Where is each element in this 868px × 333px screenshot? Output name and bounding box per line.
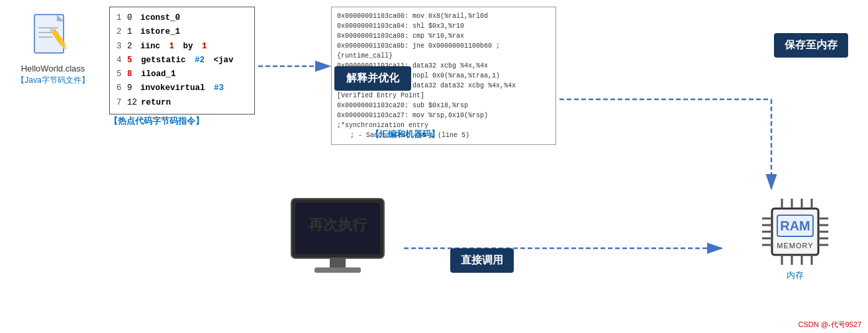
java-file-area: HelloWorld.class 【Java字节码文件】 — [13, 13, 93, 86]
save-btn[interactable]: 保存至内存 — [774, 33, 848, 58]
ram-area: RAM MEMORY 内存 — [759, 195, 832, 281]
mc-line: [Verified Entry Point] — [337, 91, 550, 101]
bytecode-line-6: 6 9 invokevirtual #3 — [117, 81, 248, 95]
svg-rect-17 — [314, 267, 361, 273]
num-red: 5 — [127, 54, 132, 68]
num: 9 — [127, 81, 136, 95]
num: 12 — [127, 96, 137, 110]
bytecode-line-4: 4 5 getstatic #2 <jav — [117, 54, 248, 68]
svg-text:MEMORY: MEMORY — [777, 242, 813, 250]
ram-sublabel: 内存 — [787, 269, 804, 281]
svg-text:RAM: RAM — [780, 218, 810, 233]
instr: return — [141, 96, 171, 110]
ln: 6 — [117, 81, 123, 95]
mc-line: 0x00000001103ca27: mov %rsp,0x10(%rsp) ;… — [337, 111, 550, 130]
bytecode-line-3: 3 2 iinc 1 by 1 — [117, 40, 248, 54]
ln: 3 — [117, 40, 123, 54]
instr: iload_1 — [136, 68, 176, 81]
ln: 2 — [117, 25, 123, 39]
direct-btn[interactable]: 直接调用 — [450, 248, 514, 273]
ln: 7 — [117, 96, 123, 110]
machine-code-label: 【汇编和机器码】 — [371, 129, 440, 140]
by-word: by — [178, 40, 198, 54]
bytecode-line-5: 5 8 iload_1 — [117, 68, 248, 81]
main-container: HelloWorld.class 【Java字节码文件】 1 0 iconst_… — [0, 0, 868, 333]
mc-line: 0x00000001103ca00: mov 0x8(%rail,%rl0d — [337, 11, 550, 21]
reexec-label: 再次执行 — [285, 215, 391, 235]
interpret-btn[interactable]: 解释并优化 — [334, 66, 411, 91]
num: 1 — [127, 25, 136, 39]
num-red: 8 — [127, 68, 132, 81]
ram-chip-icon: RAM MEMORY — [759, 195, 832, 268]
bytecode-line-2: 2 1 istore_1 — [117, 25, 248, 39]
num: 2 — [127, 40, 136, 54]
bytecode-line-7: 7 12 return — [117, 96, 248, 110]
instr: iconst_0 — [140, 11, 180, 25]
blue-ref: #2 — [195, 54, 205, 68]
ln: 5 — [117, 68, 123, 81]
instr: getstatic — [136, 54, 191, 68]
instr-extra: <jav — [209, 54, 234, 68]
ln: 1 — [117, 11, 123, 25]
num: 0 — [127, 11, 136, 25]
monitor-icon — [285, 195, 391, 275]
instr: invokevirtual — [140, 81, 210, 95]
blue-ref2: #3 — [214, 81, 224, 95]
mc-line: 0x00000001103ca20: sub $0x18,%rsp — [337, 101, 550, 111]
mc-line: 0x00000001103ca08: cmp %r10,%rax — [337, 31, 550, 41]
java-file-icon — [33, 13, 73, 61]
instr: iinc — [140, 40, 166, 54]
svg-rect-16 — [330, 258, 346, 267]
monitor-area: 再次执行 — [285, 195, 391, 275]
mc-line: 0x00000001103ca0b: jne 0x00000001100b60 … — [337, 41, 550, 61]
watermark: CSDN @-代号9527 — [798, 320, 861, 330]
red-num2: 1 — [202, 40, 207, 54]
ln: 4 — [117, 54, 123, 68]
instr: istore_1 — [140, 25, 180, 39]
bytecode-line-1: 1 0 iconst_0 — [117, 11, 248, 25]
red-num: 1 — [169, 40, 175, 54]
file-label: 【Java字节码文件】 — [17, 75, 89, 86]
file-name: HelloWorld.class — [21, 64, 85, 73]
bytecode-box: 1 0 iconst_0 2 1 istore_1 3 2 iinc 1 by … — [109, 7, 255, 115]
mc-line: ; - SandboxTest::a8-1 (line 5) — [337, 130, 550, 140]
bytecode-label: 【热点代码字节码指令】 — [109, 116, 204, 127]
mc-line: 0x00000001103ca04: shl $0x3,%r10 — [337, 21, 550, 31]
